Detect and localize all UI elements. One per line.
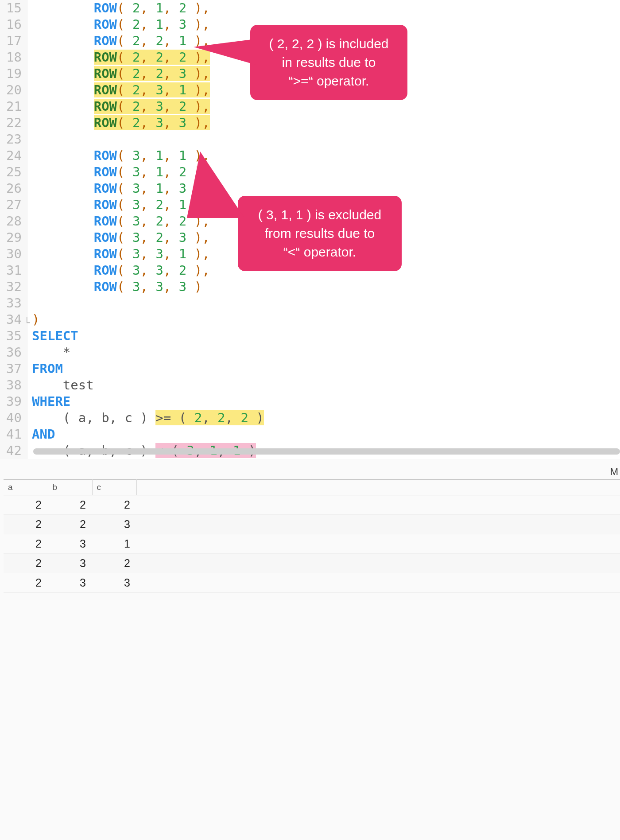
- callout-included: ( 2, 2, 2 ) is included in results due t…: [250, 25, 407, 100]
- table-cell-spacer: [136, 554, 620, 573]
- line-number: 42: [0, 443, 22, 459]
- table-cell[interactable]: 3: [48, 534, 92, 554]
- code-line[interactable]: ROW( 2, 3, 3 ),: [32, 115, 620, 131]
- line-number: 26: [0, 180, 22, 197]
- callout-text: “<“ operator.: [283, 245, 356, 259]
- table-cell[interactable]: 3: [92, 573, 136, 593]
- line-number: 38: [0, 377, 22, 393]
- table-cell[interactable]: 2: [48, 515, 92, 534]
- code-line[interactable]: ROW( 3, 3, 3 ): [32, 279, 620, 295]
- table-cell-spacer: [136, 534, 620, 554]
- line-number: 17: [0, 33, 22, 49]
- callout-tail-icon: [187, 152, 244, 218]
- column-header[interactable]: a: [4, 480, 48, 495]
- callout-excluded: ( 3, 1, 1 ) is excluded from results due…: [238, 196, 402, 271]
- line-number: 21: [0, 98, 22, 115]
- table-cell[interactable]: 2: [92, 495, 136, 515]
- results-table[interactable]: abc 222223231232233: [4, 479, 620, 593]
- column-header[interactable]: c: [92, 480, 136, 495]
- line-number: 40: [0, 410, 22, 426]
- callout-text: “>=“ operator.: [289, 74, 369, 88]
- table-cell[interactable]: 2: [4, 534, 48, 554]
- line-number: 25: [0, 164, 22, 180]
- code-line[interactable]: ( a, b, c ) >= ( 2, 2, 2 ): [32, 410, 620, 426]
- line-number: 22: [0, 115, 22, 131]
- table-row[interactable]: 232: [4, 554, 620, 573]
- line-number: 24: [0, 148, 22, 164]
- line-number: 37: [0, 361, 22, 377]
- table-cell[interactable]: 2: [4, 554, 48, 573]
- table-cell[interactable]: 3: [48, 573, 92, 593]
- line-number: 18: [0, 49, 22, 66]
- table-row[interactable]: 222: [4, 495, 620, 515]
- table-cell-spacer: [136, 573, 620, 593]
- column-header-spacer: [136, 480, 620, 495]
- callout-text: in results due to: [282, 55, 376, 70]
- code-line[interactable]: *: [32, 344, 620, 361]
- table-cell[interactable]: 2: [4, 495, 48, 515]
- line-number: 34: [0, 311, 22, 328]
- line-number: 32: [0, 279, 22, 295]
- code-line[interactable]: ROW( 3, 1, 3 ),: [32, 180, 620, 197]
- line-number: 35: [0, 328, 22, 344]
- table-cell[interactable]: 2: [4, 515, 48, 534]
- line-number: 31: [0, 262, 22, 279]
- code-line[interactable]: SELECT: [32, 328, 620, 344]
- line-number: 36: [0, 344, 22, 361]
- table-cell[interactable]: 3: [48, 554, 92, 573]
- line-number: 27: [0, 197, 22, 213]
- table-cell-spacer: [136, 515, 620, 534]
- line-number: 28: [0, 213, 22, 229]
- line-number: 16: [0, 16, 22, 33]
- callout-text: ( 2, 2, 2 ) is included: [269, 36, 388, 51]
- table-cell[interactable]: 3: [92, 515, 136, 534]
- table-cell[interactable]: 2: [48, 495, 92, 515]
- code-line[interactable]: AND: [32, 426, 620, 443]
- line-number: 23: [0, 131, 22, 148]
- table-cell[interactable]: 1: [92, 534, 136, 554]
- line-number: 19: [0, 66, 22, 82]
- code-line[interactable]: ROW( 2, 1, 2 ),: [32, 0, 620, 16]
- code-line[interactable]: FROM: [32, 361, 620, 377]
- table-row[interactable]: 223: [4, 515, 620, 534]
- code-line[interactable]: ): [32, 311, 620, 328]
- line-number: 33: [0, 295, 22, 311]
- code-line[interactable]: ROW( 3, 1, 2 ),: [32, 164, 620, 180]
- line-number: 15: [0, 0, 22, 16]
- code-line[interactable]: ROW( 3, 1, 1 ),: [32, 148, 620, 164]
- callout-text: ( 3, 1, 1 ) is excluded: [258, 207, 381, 222]
- line-number: 30: [0, 246, 22, 262]
- panel-indicator: M: [608, 464, 620, 479]
- callout-text: from results due to: [265, 226, 375, 241]
- table-row[interactable]: 233: [4, 573, 620, 593]
- line-number: 29: [0, 229, 22, 246]
- code-line[interactable]: ROW( 2, 3, 2 ),: [32, 98, 620, 115]
- line-number: 20: [0, 82, 22, 98]
- fold-close-icon[interactable]: └: [24, 317, 30, 328]
- line-number: 39: [0, 393, 22, 410]
- horizontal-scrollbar[interactable]: [33, 448, 620, 455]
- code-line[interactable]: [32, 295, 620, 311]
- code-line[interactable]: test: [32, 377, 620, 393]
- table-cell-spacer: [136, 495, 620, 515]
- column-header[interactable]: b: [48, 480, 92, 495]
- line-number: 41: [0, 426, 22, 443]
- code-line[interactable]: [32, 131, 620, 148]
- line-number-gutter: 1516171819202122232425262728293031323334…: [0, 0, 27, 459]
- table-cell[interactable]: 2: [4, 573, 48, 593]
- table-cell[interactable]: 2: [92, 554, 136, 573]
- code-line[interactable]: WHERE: [32, 393, 620, 410]
- table-row[interactable]: 231: [4, 534, 620, 554]
- callout-tail-icon: [194, 39, 256, 65]
